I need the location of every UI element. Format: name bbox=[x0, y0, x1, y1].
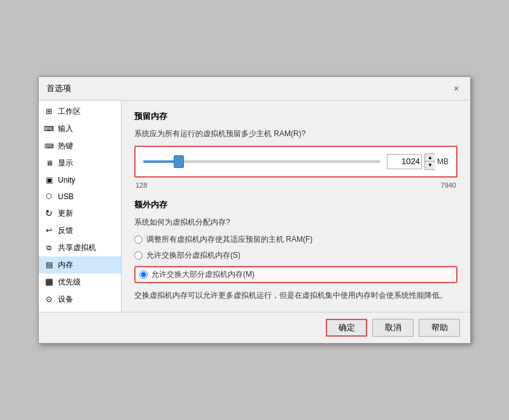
extra-memory-section: 额外内存 系统如何为虚拟机分配内存? 调整所有虚拟机内存使其适应预留的主机 RA… bbox=[134, 199, 457, 302]
radio-label-2: 允许交换部分虚拟机内存(S) bbox=[146, 250, 241, 261]
main-content: 预留内存 系统应为所有运行的虚拟机预留多少主机 RAM(R)? ▲ ▼ bbox=[122, 101, 470, 312]
device-icon bbox=[44, 294, 54, 304]
update-icon bbox=[44, 208, 54, 218]
spinner-buttons: ▲ ▼ bbox=[424, 153, 435, 170]
sidebar-item-hotkey[interactable]: 热键 bbox=[39, 137, 121, 155]
radio-input-2[interactable] bbox=[134, 251, 143, 260]
sidebar-label-workarea: 工作区 bbox=[58, 106, 81, 117]
slider-box: ▲ ▼ MB bbox=[134, 146, 457, 178]
sidebar-item-feedback[interactable]: 反馈 bbox=[39, 222, 121, 239]
radio-option-2[interactable]: 允许交换部分虚拟机内存(S) bbox=[134, 250, 457, 261]
spinner-down-button[interactable]: ▼ bbox=[425, 162, 435, 169]
sidebar-label-share-vm: 共享虚拟机 bbox=[58, 242, 96, 253]
dialog-body: 工作区输入热键显示UnityUSB更新反馈共享虚拟机内存优先级设备 预留内存 系… bbox=[39, 101, 470, 312]
extra-memory-note: 交换虚拟机内存可以允许更多虚拟机运行，但是在虚拟机集中使用内存时会使系统性能降低… bbox=[134, 290, 457, 302]
extra-memory-desc: 系统如何为虚拟机分配内存? bbox=[134, 217, 457, 228]
radio-option-1[interactable]: 调整所有虚拟机内存使其适应预留的主机 RAM(F) bbox=[134, 234, 457, 245]
confirm-button[interactable]: 确定 bbox=[326, 319, 367, 337]
slider-max-label: 7940 bbox=[441, 181, 456, 189]
sidebar-item-memory[interactable]: 内存 bbox=[39, 256, 121, 274]
feedback-icon bbox=[44, 225, 54, 235]
memory-icon bbox=[44, 260, 54, 270]
sidebar-item-usb[interactable]: USB bbox=[39, 188, 121, 205]
sidebar-item-workarea[interactable]: 工作区 bbox=[39, 103, 121, 120]
sidebar-item-share-vm[interactable]: 共享虚拟机 bbox=[39, 239, 121, 256]
sidebar-label-usb: USB bbox=[58, 192, 74, 201]
reserved-memory-title: 预留内存 bbox=[134, 111, 457, 122]
sidebar-item-display[interactable]: 显示 bbox=[39, 155, 121, 172]
dialog-title: 首选项 bbox=[46, 83, 71, 94]
sidebar-item-input[interactable]: 输入 bbox=[39, 120, 121, 137]
extra-memory-title: 额外内存 bbox=[134, 199, 457, 211]
slider-track bbox=[143, 160, 380, 163]
sidebar-label-display: 显示 bbox=[58, 158, 73, 169]
unity-icon bbox=[44, 175, 54, 185]
sidebar-item-device[interactable]: 设备 bbox=[39, 291, 121, 308]
slider-min-label: 128 bbox=[136, 181, 147, 189]
radio-input-3[interactable] bbox=[139, 270, 148, 279]
radio-label-1: 调整所有虚拟机内存使其适应预留的主机 RAM(F) bbox=[146, 234, 312, 245]
slider-range: 128 7940 bbox=[134, 181, 457, 189]
radio-option-3[interactable]: 允许交换大部分虚拟机内存(M) bbox=[134, 266, 457, 283]
memory-unit: MB bbox=[437, 157, 449, 166]
slider-value-box: ▲ ▼ MB bbox=[387, 153, 449, 170]
radio-label-3: 允许交换大部分虚拟机内存(M) bbox=[151, 269, 254, 280]
usb-icon bbox=[44, 192, 54, 202]
title-bar: 首选项 × bbox=[39, 77, 470, 101]
reserved-memory-section: 预留内存 系统应为所有运行的虚拟机预留多少主机 RAM(R)? ▲ ▼ bbox=[134, 111, 457, 189]
memory-slider-container[interactable] bbox=[143, 155, 380, 168]
sidebar-label-unity: Unity bbox=[58, 176, 75, 185]
sidebar-item-priority[interactable]: 优先级 bbox=[39, 274, 121, 291]
spinner-up-button[interactable]: ▲ bbox=[425, 154, 435, 162]
sidebar: 工作区输入热键显示UnityUSB更新反馈共享虚拟机内存优先级设备 bbox=[39, 101, 122, 312]
sidebar-label-update: 更新 bbox=[58, 208, 73, 219]
sidebar-label-hotkey: 热键 bbox=[58, 141, 73, 151]
sidebar-label-priority: 优先级 bbox=[58, 277, 81, 288]
sidebar-item-update[interactable]: 更新 bbox=[39, 205, 121, 222]
sidebar-item-unity[interactable]: Unity bbox=[39, 172, 121, 188]
workarea-icon bbox=[44, 106, 54, 116]
sidebar-label-device: 设备 bbox=[58, 294, 73, 305]
sidebar-label-input: 输入 bbox=[58, 123, 73, 134]
dialog-footer: 确定 取消 帮助 bbox=[39, 312, 470, 343]
hotkey-icon bbox=[44, 141, 54, 151]
sidebar-label-feedback: 反馈 bbox=[58, 225, 73, 236]
reserved-memory-desc: 系统应为所有运行的虚拟机预留多少主机 RAM(R)? bbox=[134, 129, 457, 139]
cancel-button[interactable]: 取消 bbox=[372, 319, 414, 337]
input-icon bbox=[44, 123, 54, 134]
share-vm-icon bbox=[44, 242, 54, 253]
display-icon bbox=[44, 158, 54, 168]
memory-value-input[interactable] bbox=[387, 154, 422, 169]
radio-input-1[interactable] bbox=[134, 235, 143, 244]
radio-group: 调整所有虚拟机内存使其适应预留的主机 RAM(F)允许交换部分虚拟机内存(S)允… bbox=[134, 234, 457, 283]
slider-thumb[interactable] bbox=[174, 155, 184, 168]
close-button[interactable]: × bbox=[450, 82, 463, 95]
sidebar-label-memory: 内存 bbox=[58, 260, 73, 270]
help-button[interactable]: 帮助 bbox=[419, 319, 460, 337]
priority-icon bbox=[44, 277, 54, 287]
preferences-dialog: 首选项 × 工作区输入热键显示UnityUSB更新反馈共享虚拟机内存优先级设备 … bbox=[38, 76, 471, 344]
